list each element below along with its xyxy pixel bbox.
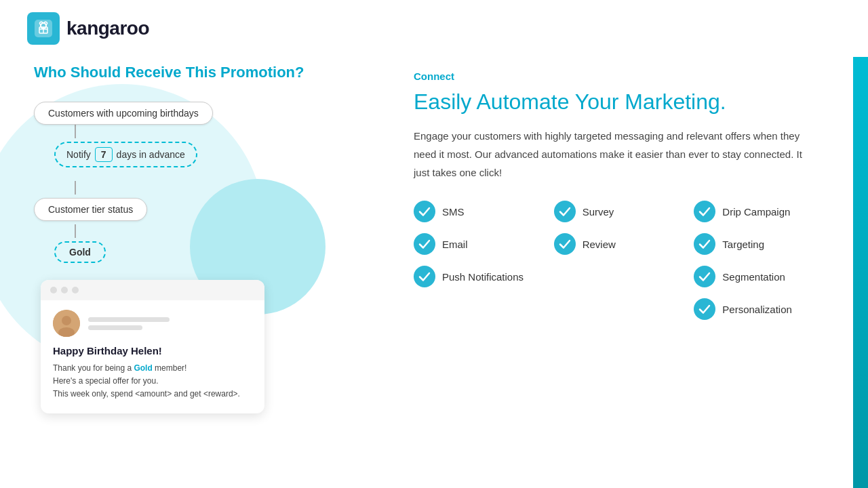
check-icon-personalization xyxy=(694,298,715,320)
gold-box[interactable]: Gold xyxy=(54,241,106,263)
svg-point-9 xyxy=(554,201,576,222)
filter-tier[interactable]: Customer tier status xyxy=(34,198,147,221)
right-panel: Connect Easily Automate Your Marketing. … xyxy=(393,57,868,488)
left-panel-content: Who Should Receive This Promotion? Custo… xyxy=(34,64,359,413)
gold-row: Gold xyxy=(34,241,359,263)
card-body: Happy Birthday Helen! Thank you for bein… xyxy=(41,300,264,413)
left-panel: Who Should Receive This Promotion? Custo… xyxy=(0,57,393,488)
notify-suffix: days in advance xyxy=(117,149,185,160)
feature-segmentation: Segmentation xyxy=(694,266,821,287)
check-icon-survey xyxy=(554,201,576,222)
header: kangaroo xyxy=(0,0,868,57)
feature-label-survey: Survey xyxy=(583,206,614,218)
feature-push: Push Notifications xyxy=(414,266,540,287)
feature-empty-1 xyxy=(554,266,681,287)
feature-label-review: Review xyxy=(583,239,616,250)
feature-targeting: Targeting xyxy=(694,233,821,255)
filter-section-1: Customers with upcoming birthdays Notify… xyxy=(34,102,359,167)
check-icon-sms xyxy=(414,201,435,222)
logo-icon xyxy=(27,12,60,45)
notify-row: Notify 7 days in advance xyxy=(34,142,359,167)
check-icon-review xyxy=(554,233,576,255)
feature-drip: Drip Campaign xyxy=(694,201,821,222)
svg-point-8 xyxy=(414,201,435,222)
notify-box[interactable]: Notify 7 days in advance xyxy=(54,142,197,167)
automate-title: Easily Automate Your Marketing. xyxy=(414,89,834,115)
svg-point-15 xyxy=(694,266,715,287)
right-accent-bar xyxy=(853,57,868,488)
connector-3 xyxy=(75,224,76,238)
profile-line-2 xyxy=(88,325,142,330)
notify-number[interactable]: 7 xyxy=(95,147,113,162)
feature-review: Review xyxy=(554,233,681,255)
connector-1 xyxy=(75,125,76,138)
card-dots xyxy=(41,280,264,300)
feature-label-push: Push Notifications xyxy=(442,271,524,283)
promo-title: Who Should Receive This Promotion? xyxy=(34,64,359,81)
dot-3 xyxy=(72,287,79,293)
logo: kangaroo xyxy=(27,12,149,45)
card-gold-word: Gold xyxy=(134,363,152,373)
card-line3: This week only, spend <amount> and get <… xyxy=(53,389,240,399)
feature-sms: SMS xyxy=(414,201,540,222)
check-icon-push xyxy=(414,266,435,287)
logo-text: kangaroo xyxy=(66,18,149,39)
dot-1 xyxy=(50,287,57,293)
card-line1: Thank you for being a xyxy=(53,363,134,373)
feature-label-email: Email xyxy=(442,239,468,250)
connect-label: Connect xyxy=(414,70,834,82)
svg-point-12 xyxy=(554,233,576,255)
feature-label-targeting: Targeting xyxy=(722,239,764,250)
avatar xyxy=(53,310,80,337)
features-grid: SMS Survey Drip Campaign xyxy=(414,201,821,320)
feature-empty-2 xyxy=(414,298,540,320)
svg-point-10 xyxy=(694,201,715,222)
check-icon-targeting xyxy=(694,233,715,255)
svg-point-16 xyxy=(694,298,715,320)
feature-label-segmentation: Segmentation xyxy=(722,271,785,283)
feature-survey: Survey xyxy=(554,201,681,222)
svg-point-11 xyxy=(414,233,435,255)
svg-point-14 xyxy=(414,266,435,287)
check-icon-segmentation xyxy=(694,266,715,287)
card-line2: Here's a special offer for you. xyxy=(53,376,158,386)
dot-2 xyxy=(61,287,68,293)
profile-lines xyxy=(88,317,252,330)
svg-point-6 xyxy=(62,316,71,325)
feature-personalization: Personalization xyxy=(694,298,821,320)
filter-section-2: Customer tier status Gold xyxy=(34,181,359,263)
card-title: Happy Birthday Helen! xyxy=(53,345,252,357)
svg-point-13 xyxy=(694,233,715,255)
card-text: Thank you for being a Gold member! Here'… xyxy=(53,362,252,401)
feature-email: Email xyxy=(414,233,540,255)
feature-label-drip: Drip Campaign xyxy=(722,206,790,218)
message-card: Happy Birthday Helen! Thank you for bein… xyxy=(41,280,264,413)
feature-label-sms: SMS xyxy=(442,206,465,218)
filter-birthday[interactable]: Customers with upcoming birthdays xyxy=(34,102,213,125)
connector-2 xyxy=(75,181,76,195)
check-icon-email xyxy=(414,233,435,255)
feature-label-personalization: Personalization xyxy=(722,304,792,315)
feature-empty-3 xyxy=(554,298,681,320)
notify-label: Notify xyxy=(66,149,91,160)
check-icon-drip xyxy=(694,201,715,222)
profile-line-1 xyxy=(88,317,170,322)
main-content: Who Should Receive This Promotion? Custo… xyxy=(0,57,868,488)
card-profile-row xyxy=(53,310,252,337)
card-line1b: member! xyxy=(153,363,187,373)
automate-desc: Engage your customers with highly target… xyxy=(414,127,807,182)
